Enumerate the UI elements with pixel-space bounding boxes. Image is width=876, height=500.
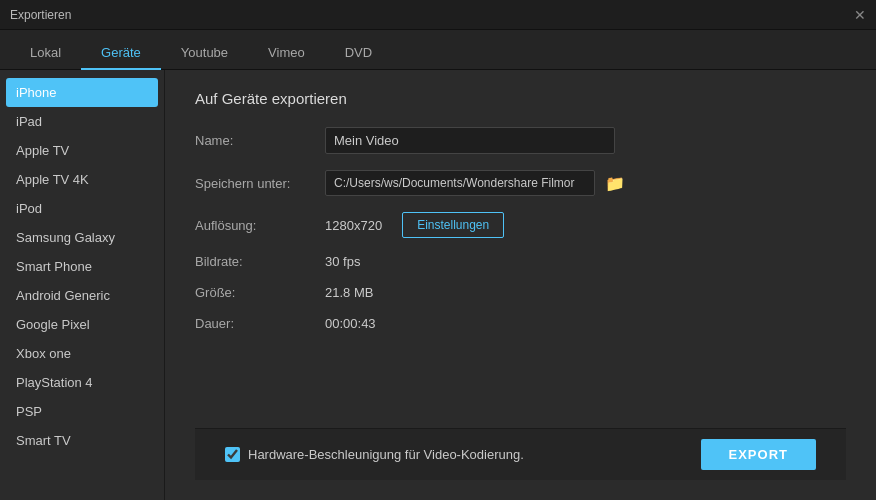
- sidebar-item-xbox-one[interactable]: Xbox one: [0, 339, 164, 368]
- duration-row: Dauer: 00:00:43: [195, 316, 846, 331]
- content-area: Auf Geräte exportieren Name: Speichern u…: [165, 70, 876, 500]
- sidebar-item-samsung-galaxy[interactable]: Samsung Galaxy: [0, 223, 164, 252]
- sidebar-item-iphone[interactable]: iPhone: [6, 78, 158, 107]
- path-input[interactable]: [325, 170, 595, 196]
- bottom-bar: Hardware-Beschleunigung für Video-Kodier…: [195, 428, 846, 480]
- sidebar-item-android-generic[interactable]: Android Generic: [0, 281, 164, 310]
- size-label: Größe:: [195, 285, 325, 300]
- section-title: Auf Geräte exportieren: [195, 90, 846, 107]
- framerate-row: Bildrate: 30 fps: [195, 254, 846, 269]
- sidebar-item-apple-tv[interactable]: Apple TV: [0, 136, 164, 165]
- hw-accel-row: Hardware-Beschleunigung für Video-Kodier…: [225, 447, 524, 462]
- name-input[interactable]: [325, 127, 615, 154]
- sidebar-item-ipad[interactable]: iPad: [0, 107, 164, 136]
- framerate-value: 30 fps: [325, 254, 360, 269]
- save-label: Speichern unter:: [195, 176, 325, 191]
- resolution-row: Auflösung: 1280x720 Einstellungen: [195, 212, 846, 238]
- tab-dvd[interactable]: DVD: [325, 37, 392, 70]
- path-row: 📁: [325, 170, 629, 196]
- tab-vimeo[interactable]: Vimeo: [248, 37, 325, 70]
- title-bar-text: Exportieren: [10, 8, 71, 22]
- resolution-value: 1280x720: [325, 218, 382, 233]
- sidebar-item-playstation-4[interactable]: PlayStation 4: [0, 368, 164, 397]
- sidebar-item-google-pixel[interactable]: Google Pixel: [0, 310, 164, 339]
- name-row: Name:: [195, 127, 846, 154]
- export-button[interactable]: EXPORT: [701, 439, 816, 470]
- name-label: Name:: [195, 133, 325, 148]
- duration-value: 00:00:43: [325, 316, 376, 331]
- sidebar-item-smart-tv[interactable]: Smart TV: [0, 426, 164, 455]
- sidebar-item-psp[interactable]: PSP: [0, 397, 164, 426]
- tab-geraete[interactable]: Geräte: [81, 37, 161, 70]
- hw-accel-label: Hardware-Beschleunigung für Video-Kodier…: [248, 447, 524, 462]
- framerate-label: Bildrate:: [195, 254, 325, 269]
- close-button[interactable]: ✕: [854, 8, 866, 22]
- hw-accel-checkbox[interactable]: [225, 447, 240, 462]
- settings-button[interactable]: Einstellungen: [402, 212, 504, 238]
- resolution-label: Auflösung:: [195, 218, 325, 233]
- size-value: 21.8 MB: [325, 285, 373, 300]
- sidebar-item-smart-phone[interactable]: Smart Phone: [0, 252, 164, 281]
- tab-bar: Lokal Geräte Youtube Vimeo DVD: [0, 30, 876, 70]
- resolution-value-row: 1280x720 Einstellungen: [325, 212, 504, 238]
- sidebar-item-apple-tv-4k[interactable]: Apple TV 4K: [0, 165, 164, 194]
- title-bar: Exportieren ✕: [0, 0, 876, 30]
- sidebar-item-ipod[interactable]: iPod: [0, 194, 164, 223]
- folder-browse-button[interactable]: 📁: [601, 172, 629, 195]
- main-area: iPhone iPad Apple TV Apple TV 4K iPod Sa…: [0, 70, 876, 500]
- size-row: Größe: 21.8 MB: [195, 285, 846, 300]
- tab-youtube[interactable]: Youtube: [161, 37, 248, 70]
- tab-lokal[interactable]: Lokal: [10, 37, 81, 70]
- device-sidebar: iPhone iPad Apple TV Apple TV 4K iPod Sa…: [0, 70, 165, 500]
- save-row: Speichern unter: 📁: [195, 170, 846, 196]
- duration-label: Dauer:: [195, 316, 325, 331]
